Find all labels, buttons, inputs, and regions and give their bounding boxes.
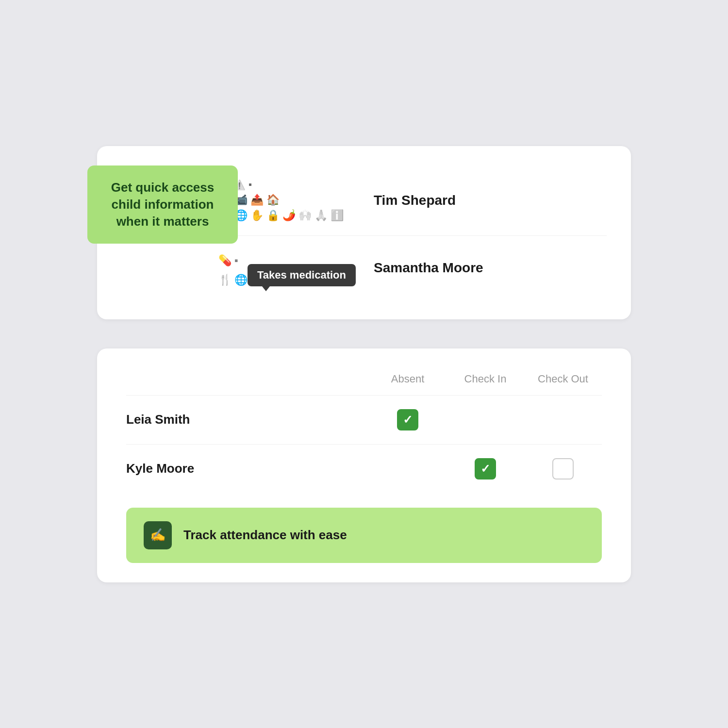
col-header-name	[126, 373, 369, 385]
checkin-checkbox-kyle[interactable]	[475, 458, 496, 480]
s-globe-icon: ▪️	[234, 254, 238, 267]
tablet-icon: ▪️	[248, 179, 252, 190]
child-rows: 🔋 ⚠️ ▪️ 📷 📹 📤 🏠 🍴 🌐 ✋ 🔒	[218, 165, 607, 300]
absent-checkbox-leia[interactable]	[397, 409, 418, 430]
attendance-header: Absent Check In Check Out	[126, 373, 602, 395]
green-callout: Get quick access child information when …	[87, 165, 238, 244]
attendance-row-leia: Leia Smith	[126, 395, 602, 444]
banner-icon: ✍️	[144, 521, 172, 549]
col-header-checkout: Check Out	[524, 373, 602, 385]
attendance-table: Absent Check In Check Out Leia Smith	[126, 373, 602, 493]
checkout-cell-kyle[interactable]	[524, 458, 602, 480]
child-icons-samantha: Takes medication 💊 ▪️ 🍴 🌐 ✋ 🔒 🌶️ 🙌 🙏	[218, 249, 345, 286]
info-icon: ℹ️	[331, 209, 344, 222]
signature-icon: ✍️	[150, 528, 165, 543]
col-header-absent: Absent	[369, 373, 447, 385]
student-name-kyle: Kyle Moore	[126, 461, 369, 476]
student-name-leia: Leia Smith	[126, 412, 369, 427]
chili-icon: 🌶️	[282, 209, 296, 222]
attendance-row-kyle: Kyle Moore	[126, 444, 602, 493]
col-header-checkin: Check In	[447, 373, 524, 385]
s-globe2-icon: 🌐	[234, 274, 248, 286]
banner-text: Track attendance with ease	[183, 528, 347, 543]
callout-text: Get quick access child information when …	[102, 179, 223, 230]
attendance-banner: ✍️ Track attendance with ease	[126, 508, 602, 563]
absent-cell-leia[interactable]	[369, 409, 447, 430]
top-card: Get quick access child information when …	[97, 146, 631, 319]
child-name-samantha: Samantha Moore	[374, 260, 483, 276]
pill-icon: 💊	[218, 254, 232, 267]
child-row: 🔋 ⚠️ ▪️ 📷 📹 📤 🏠 🍴 🌐 ✋ 🔒	[218, 165, 607, 236]
hand-icon: ✋	[250, 209, 264, 222]
checkin-cell-kyle[interactable]	[447, 458, 524, 480]
lock-icon: 🔒	[266, 209, 280, 222]
child-name-tim: Tim Shepard	[374, 193, 456, 208]
page-container: Get quick access child information when …	[97, 146, 631, 582]
pray-icon: 🙏	[314, 209, 328, 222]
s-food-icon: 🍴	[218, 274, 232, 286]
raise-icon: 🙌	[298, 209, 312, 222]
share-icon: 📤	[250, 194, 264, 206]
child-row-samantha: Takes medication 💊 ▪️ 🍴 🌐 ✋ 🔒 🌶️ 🙌 🙏	[218, 236, 607, 300]
tooltip-takes-medication: Takes medication	[248, 264, 356, 286]
bottom-card: Absent Check In Check Out Leia Smith	[97, 348, 631, 582]
home-icon: 🏠	[266, 194, 280, 206]
checkout-checkbox-kyle[interactable]	[552, 458, 574, 480]
